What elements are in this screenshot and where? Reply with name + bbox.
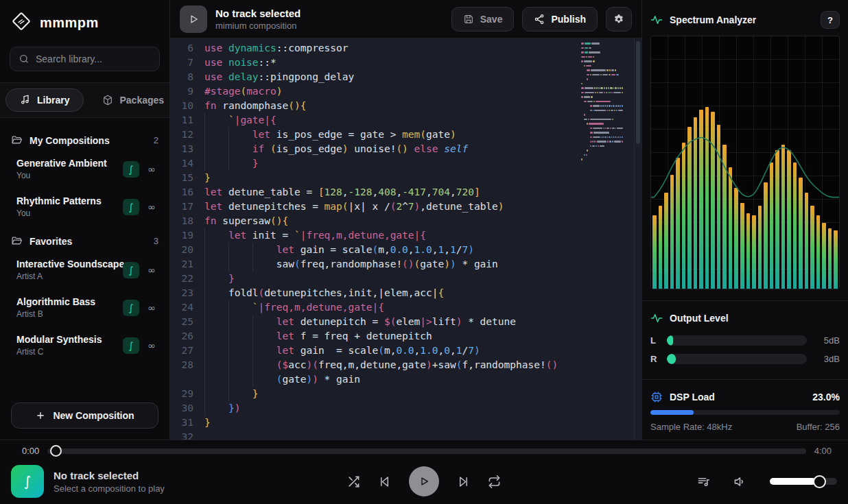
indent-guide <box>204 300 205 315</box>
new-composition-button[interactable]: New Composition <box>11 403 158 429</box>
code-line: 29 } <box>170 387 580 401</box>
minimap-token <box>611 105 613 107</box>
minimap-token <box>596 101 611 103</box>
composition-item[interactable]: Generative AmbientYou∫∞ <box>11 150 158 188</box>
code-token: let <box>276 244 301 255</box>
line-content: let gain = scale(m,0.0,1.0,1,1/7) <box>204 243 580 257</box>
code-token: ( <box>259 287 265 298</box>
line-content: } <box>204 387 580 401</box>
app-window: mmmpm LibraryPackages My Compositions2Ge… <box>0 0 848 504</box>
code-token: let <box>276 331 301 341</box>
line-number: 16 <box>170 185 204 200</box>
volume-slider[interactable] <box>770 478 837 485</box>
code-line: 31} <box>170 416 580 430</box>
help-button[interactable]: ? <box>821 11 840 29</box>
line-content: fn randomphase(){ <box>204 99 580 113</box>
previous-button[interactable] <box>378 475 391 488</box>
code-token: #stage <box>204 86 240 97</box>
code-token: use <box>204 71 228 82</box>
section-count: 3 <box>154 236 158 246</box>
minimap-token <box>612 128 615 130</box>
line-number: 14 <box>170 156 204 171</box>
infinity-icon: ∞ <box>145 340 158 351</box>
code-line: 12 let is_pos_edge = gate > mem(gate) <box>170 128 580 142</box>
code-token: } <box>204 417 211 428</box>
code-token: * gain <box>318 374 360 385</box>
section-header[interactable]: My Compositions2 <box>11 125 158 150</box>
volume-icon[interactable] <box>733 475 746 488</box>
line-number: 11 <box>170 113 204 128</box>
header-play-button[interactable] <box>180 5 207 33</box>
track-subtitle: mimium composition <box>215 21 443 31</box>
minimap-line <box>581 158 624 160</box>
minimap-token <box>590 119 611 121</box>
shuffle-button[interactable] <box>347 475 360 488</box>
play-button[interactable] <box>409 466 439 496</box>
indent-guide <box>252 329 253 344</box>
seek-bar[interactable] <box>47 448 805 454</box>
minimap-token <box>588 56 591 58</box>
code-token: gate <box>420 259 444 269</box>
queue-button[interactable] <box>697 475 710 488</box>
code-token: let <box>204 201 228 212</box>
minimap-token <box>581 56 585 58</box>
minimap-line <box>590 136 624 139</box>
minimap-token <box>581 47 584 49</box>
code-token: ` <box>294 230 301 241</box>
code-editor[interactable]: 6use dynamics::compressor7use noise::*8u… <box>170 38 641 440</box>
next-button[interactable] <box>457 475 470 488</box>
code-token: macro <box>246 86 276 97</box>
code-token: ) <box>468 244 474 255</box>
line-content: `|gate|{ <box>204 113 580 128</box>
code-token: self <box>444 143 468 154</box>
scrollbar-thumb[interactable] <box>636 41 640 144</box>
code-token: let <box>204 187 228 197</box>
composition-item[interactable]: Algorithmic BassArtist B∫∞ <box>11 289 158 326</box>
settings-button[interactable] <box>606 7 632 32</box>
search-input[interactable] <box>36 53 151 64</box>
code-token: ( <box>276 359 283 370</box>
tab-packages[interactable]: Packages <box>88 88 178 112</box>
code-token: elem <box>396 316 420 327</box>
spectrum-analyzer-chart <box>650 36 840 289</box>
editor-minimap[interactable] <box>581 43 624 167</box>
code-token: (){ <box>270 215 288 226</box>
save-button[interactable]: Save <box>451 7 515 32</box>
section-header[interactable]: Favorites3 <box>11 226 158 251</box>
editor-scrollbar[interactable] <box>634 38 641 440</box>
channel-label: L <box>650 335 660 346</box>
code-token: [ <box>318 187 325 197</box>
minimap-token <box>609 74 610 76</box>
publish-button[interactable]: Publish <box>522 7 598 32</box>
composition-title: Modular Synthesis <box>16 334 117 345</box>
line-number: 18 <box>170 214 204 228</box>
minimap-token <box>593 56 594 58</box>
activity-icon <box>650 14 663 26</box>
code-line: 28 ($acc)(freq,m,detune,gate)+saw(f,rand… <box>170 358 580 372</box>
minimap-token <box>616 105 617 107</box>
composition-item[interactable]: Rhythmic PatternsYou∫∞ <box>11 188 158 226</box>
code-token: |freq,m,detune,gate|{ <box>259 302 384 313</box>
composition-item[interactable]: Interactive SoundscapeArtist A∫∞ <box>11 251 158 289</box>
volume-handle[interactable] <box>813 475 826 488</box>
code-token: ( <box>342 201 349 212</box>
player-controls-row: ∫ No track selected Select a composition… <box>0 460 848 503</box>
composition-item[interactable]: Modular SynthesisArtist C∫∞ <box>11 326 158 364</box>
code-token: is_pos_edge <box>276 143 342 154</box>
composition-info: Generative AmbientYou <box>16 158 117 180</box>
seek-handle[interactable] <box>50 445 62 457</box>
code-lines[interactable]: 6use dynamics::compressor7use noise::*8u… <box>170 41 580 440</box>
tab-library[interactable]: Library <box>5 88 84 112</box>
minimap-token <box>596 145 597 147</box>
code-token: randomphase <box>222 100 288 111</box>
minimap-token <box>590 136 592 139</box>
minimap-token <box>602 136 604 139</box>
timeline: 0:00 4:00 <box>0 440 848 456</box>
code-token: gain = scale <box>301 345 379 356</box>
line-number: 19 <box>170 228 204 243</box>
repeat-button[interactable] <box>488 475 501 488</box>
plus-icon <box>35 410 46 421</box>
code-token: 128 <box>325 187 342 197</box>
minimap-token <box>603 128 604 130</box>
code-line: 24 `|freq,m,detune,gate|{ <box>170 300 580 315</box>
